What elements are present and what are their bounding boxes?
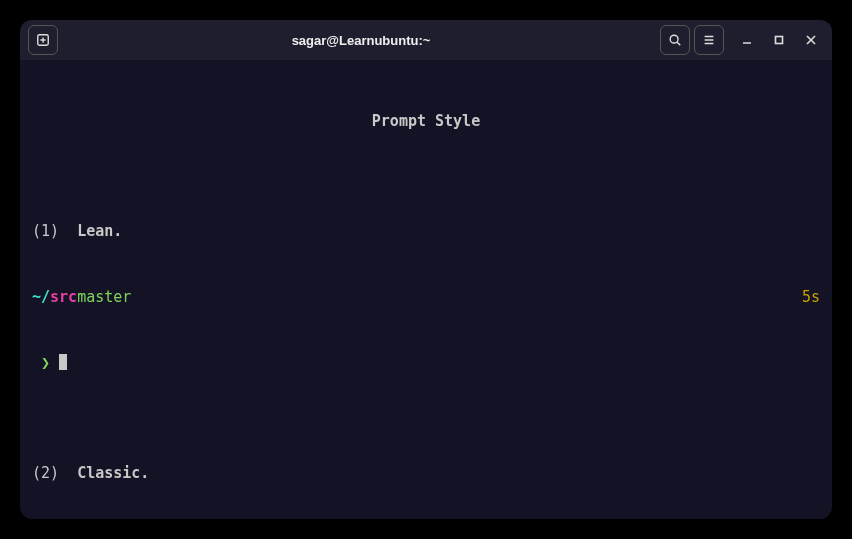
svg-line-4 <box>677 42 680 45</box>
svg-rect-9 <box>776 37 783 44</box>
new-tab-button[interactable] <box>28 25 58 55</box>
search-button[interactable] <box>660 25 690 55</box>
terminal-window: sagar@Learnubuntu:~ Prompt Style (1) Lea… <box>20 20 832 519</box>
page-title: Prompt Style <box>32 110 820 132</box>
new-tab-icon <box>36 33 50 47</box>
terminal-body[interactable]: Prompt Style (1) Lean. ~/src master5s ❯ … <box>20 60 832 519</box>
option-2-header: (2) Classic. <box>32 462 820 484</box>
option-1-header: (1) Lean. <box>32 220 820 242</box>
minimize-button[interactable] <box>734 27 760 53</box>
cursor-icon <box>59 354 67 370</box>
minimize-icon <box>742 35 752 45</box>
maximize-icon <box>774 35 784 45</box>
menu-button[interactable] <box>694 25 724 55</box>
hamburger-icon <box>702 33 716 47</box>
svg-point-3 <box>670 35 678 43</box>
maximize-button[interactable] <box>766 27 792 53</box>
lean-preview-line2: ❯ <box>32 352 820 374</box>
close-button[interactable] <box>798 27 824 53</box>
titlebar: sagar@Learnubuntu:~ <box>20 20 832 60</box>
search-icon <box>668 33 682 47</box>
lean-preview-line1: ~/src master5s <box>32 286 820 308</box>
close-icon <box>806 35 816 45</box>
window-title: sagar@Learnubuntu:~ <box>292 33 431 48</box>
